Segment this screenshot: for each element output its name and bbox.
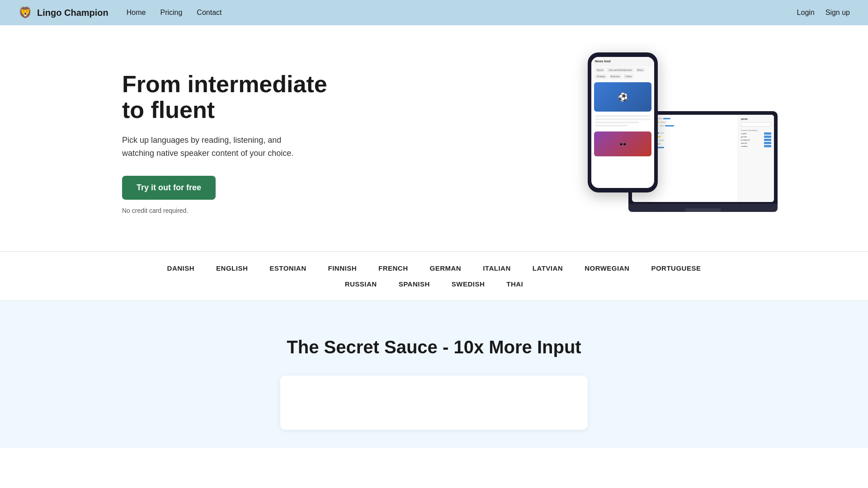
right-panel-btn	[764, 139, 771, 141]
phone-header: News feed	[591, 57, 654, 66]
hero-title: From intermediate to fluent	[122, 71, 339, 123]
nav-home[interactable]: Home	[127, 9, 146, 17]
right-panel-word: portuguese	[741, 139, 750, 141]
phone-tabs: Sports Arts and Entertainment Music Stra…	[591, 66, 654, 80]
lang-italian: ITALIAN	[483, 264, 511, 272]
hero-section: From intermediate to fluent Pick up lang…	[0, 25, 868, 251]
phone-line	[595, 122, 639, 123]
laptop-word	[660, 132, 664, 134]
device-mockup: News feed Sports Arts and Entertainment …	[588, 52, 778, 224]
right-panel-btn	[764, 145, 771, 147]
right-panel-label: Favorite Translations	[741, 129, 771, 131]
right-panel-word: german	[741, 136, 747, 138]
nav-pricing[interactable]: Pricing	[160, 9, 182, 17]
right-panel-row: portuguese	[741, 139, 771, 141]
lang-french: FRENCH	[378, 264, 408, 272]
phone-tab-business: Business	[609, 74, 622, 79]
right-panel-row: english	[741, 132, 771, 135]
right-panel-row: spanish	[741, 142, 771, 144]
brand-logo-link[interactable]: 🦁 Lingo Champion	[18, 5, 108, 20]
right-panel-btn	[764, 136, 771, 138]
lang-portuguese: PORTUGUESE	[651, 264, 701, 272]
right-panel-word: spanish	[741, 142, 747, 144]
secret-sauce-card	[280, 375, 588, 430]
phone-line	[595, 115, 651, 117]
lang-german: GERMAN	[430, 264, 462, 272]
lang-norwegian: NORWEGIAN	[585, 264, 629, 272]
lang-spanish: SPANISH	[399, 280, 430, 288]
right-panel-row: swedish	[741, 145, 771, 147]
signup-link[interactable]: Sign up	[826, 9, 850, 17]
laptop-word-highlight	[665, 125, 674, 127]
laptop-word	[660, 125, 664, 127]
laptop-right-panel: garaje Favorite Translations english ger…	[738, 115, 774, 202]
lang-russian: RUSSIAN	[345, 280, 377, 288]
phone-tab-strategy: Strategy	[595, 74, 607, 79]
lang-swedish: SWEDISH	[452, 280, 485, 288]
nav-contact[interactable]: Contact	[197, 9, 222, 17]
brand-name: Lingo Champion	[37, 8, 108, 18]
right-panel-input	[741, 122, 771, 127]
laptop-word-highlight	[658, 147, 664, 148]
lang-finnish: FINNISH	[328, 264, 357, 272]
cta-button[interactable]: Try it out for free	[122, 176, 216, 200]
hero-content: From intermediate to fluent Pick up lang…	[122, 71, 339, 215]
languages-row-2: RUSSIAN SPANISH SWEDISH THAI	[0, 280, 868, 288]
right-panel-row: german	[741, 136, 771, 138]
lang-thai: THAI	[506, 280, 523, 288]
navbar: 🦁 Lingo Champion Home Pricing Contact Lo…	[0, 0, 868, 25]
secret-sauce-section: The Secret Sauce - 10x More Input	[0, 301, 868, 448]
phone-tab-arts: Arts and Entertainment	[607, 68, 633, 72]
phone-tab-music: Music	[636, 68, 645, 72]
phone-line	[595, 125, 628, 127]
nav-links: Home Pricing Contact	[127, 9, 222, 17]
phone-image-2: 🕶️	[594, 131, 651, 156]
phone-screen: News feed Sports Arts and Entertainment …	[591, 57, 654, 188]
phone-tab-sports: Sports	[595, 68, 605, 72]
phone-line	[595, 118, 651, 120]
laptop-base	[628, 204, 778, 212]
brand-logo-icon: 🦁	[18, 5, 33, 20]
lang-latvian: LATVIAN	[533, 264, 563, 272]
no-credit-text: No credit card required.	[122, 207, 339, 214]
laptop-word	[659, 140, 664, 141]
languages-section: DANISH ENGLISH ESTONIAN FINNISH FRENCH G…	[0, 251, 868, 301]
login-link[interactable]: Login	[797, 9, 815, 17]
secret-sauce-title: The Secret Sauce - 10x More Input	[0, 337, 868, 357]
lang-estonian: ESTONIAN	[269, 264, 306, 272]
auth-links: Login Sign up	[797, 9, 850, 17]
phone-tab-follow: Follow	[623, 74, 633, 79]
laptop-word-highlight	[663, 118, 670, 119]
phone-image-1: ⚽	[594, 82, 651, 112]
phone-mockup: News feed Sports Arts and Entertainment …	[588, 52, 658, 192]
right-panel-title: garaje	[741, 117, 771, 120]
lang-english: ENGLISH	[216, 264, 248, 272]
hero-subtitle: Pick up languages by reading, listening,…	[122, 134, 312, 160]
lang-danish: DANISH	[167, 264, 195, 272]
right-panel-btn	[764, 132, 771, 135]
right-panel-btn	[764, 142, 771, 144]
laptop-word	[660, 122, 666, 123]
languages-row-1: DANISH ENGLISH ESTONIAN FINNISH FRENCH G…	[0, 264, 868, 272]
phone-text-lines	[591, 113, 654, 130]
right-panel-word: swedish	[741, 145, 747, 147]
right-panel-word: english	[741, 132, 747, 135]
